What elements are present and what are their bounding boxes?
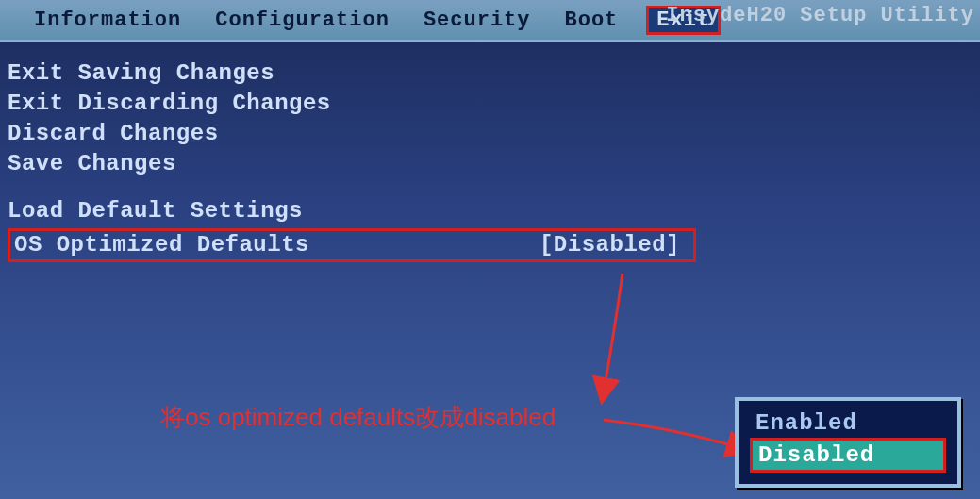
menu-item-save-changes[interactable]: Save Changes (8, 149, 972, 179)
annotation-arrow-right-icon (604, 410, 755, 467)
menu-tab-configuration[interactable]: Configuration (209, 7, 395, 34)
exit-menu-content: Exit Saving Changes Exit Discarding Chan… (0, 42, 980, 262)
menu-item-load-defaults[interactable]: Load Default Settings (8, 196, 972, 226)
menu-item-exit-discarding[interactable]: Exit Discarding Changes (8, 89, 972, 119)
menu-tab-information[interactable]: Information (28, 7, 187, 34)
popup-option-enabled[interactable]: Enabled (750, 408, 946, 438)
os-optimized-value: [Disabled] (540, 231, 680, 259)
menu-item-discard-changes[interactable]: Discard Changes (8, 119, 972, 149)
popup-option-disabled[interactable]: Disabled (750, 438, 946, 473)
annotation-text: 将os optimized defaults改成disabled (160, 401, 556, 434)
menu-item-os-optimized-defaults[interactable]: OS Optimized Defaults [Disabled] (8, 228, 696, 262)
menu-item-exit-saving[interactable]: Exit Saving Changes (8, 58, 972, 89)
option-popup: Enabled Disabled (735, 397, 961, 488)
annotation-arrow-down-icon (556, 274, 651, 406)
os-optimized-label: OS Optimized Defaults (14, 231, 309, 259)
utility-title: InsydeH20 Setup Utility (666, 4, 974, 27)
menu-tab-boot[interactable]: Boot (559, 7, 624, 34)
menu-tab-security[interactable]: Security (418, 7, 537, 34)
